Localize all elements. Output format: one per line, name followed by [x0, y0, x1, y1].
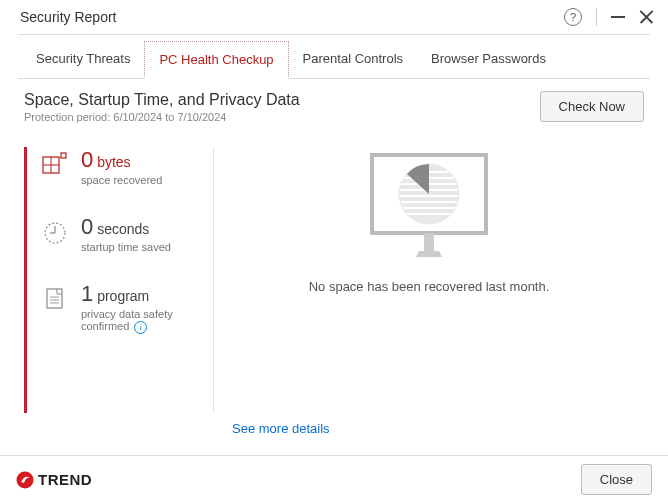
- see-more-details-link[interactable]: See more details: [232, 421, 330, 436]
- status-message: No space has been recovered last month.: [309, 279, 550, 294]
- stat-startup-time: 0 seconds startup time saved: [41, 214, 213, 253]
- brand-text: TREND: [38, 471, 92, 488]
- disk-space-icon: [41, 151, 69, 179]
- privacy-label: privacy data safety confirmed i: [81, 308, 213, 334]
- document-icon: [41, 285, 69, 313]
- privacy-value: 1: [81, 281, 93, 306]
- info-icon[interactable]: i: [134, 321, 147, 334]
- stopwatch-icon: [41, 218, 69, 246]
- protection-period: Protection period: 6/10/2024 to 7/10/202…: [24, 111, 540, 123]
- space-unit: bytes: [97, 154, 130, 170]
- space-value: 0: [81, 147, 93, 172]
- stat-privacy: 1 program privacy data safety confirmed …: [41, 281, 213, 334]
- minimize-icon[interactable]: [611, 16, 625, 18]
- window-title: Security Report: [20, 9, 564, 25]
- monitor-chart-icon: [364, 151, 494, 261]
- svg-rect-7: [47, 289, 62, 308]
- tab-parental-controls[interactable]: Parental Controls: [289, 41, 417, 79]
- divider: [596, 8, 597, 26]
- tab-browser-passwords[interactable]: Browser Passwords: [417, 41, 560, 79]
- tab-pc-health-checkup[interactable]: PC Health Checkup: [144, 41, 288, 79]
- svg-rect-3: [61, 153, 66, 158]
- check-now-button[interactable]: Check Now: [540, 91, 644, 122]
- stat-space-recovered: 0 bytes space recovered: [41, 147, 213, 186]
- help-icon[interactable]: ?: [564, 8, 582, 26]
- startup-unit: seconds: [97, 221, 149, 237]
- startup-value: 0: [81, 214, 93, 239]
- close-window-icon[interactable]: [639, 10, 654, 25]
- brand-logo: TREND: [16, 471, 92, 489]
- startup-label: startup time saved: [81, 241, 171, 253]
- page-title: Space, Startup Time, and Privacy Data: [24, 91, 540, 109]
- svg-rect-12: [424, 233, 434, 251]
- tab-security-threats[interactable]: Security Threats: [22, 41, 144, 79]
- close-button[interactable]: Close: [581, 464, 652, 495]
- divider: [18, 34, 650, 35]
- privacy-unit: program: [97, 288, 149, 304]
- trend-logo-icon: [16, 471, 34, 489]
- space-label: space recovered: [81, 174, 162, 186]
